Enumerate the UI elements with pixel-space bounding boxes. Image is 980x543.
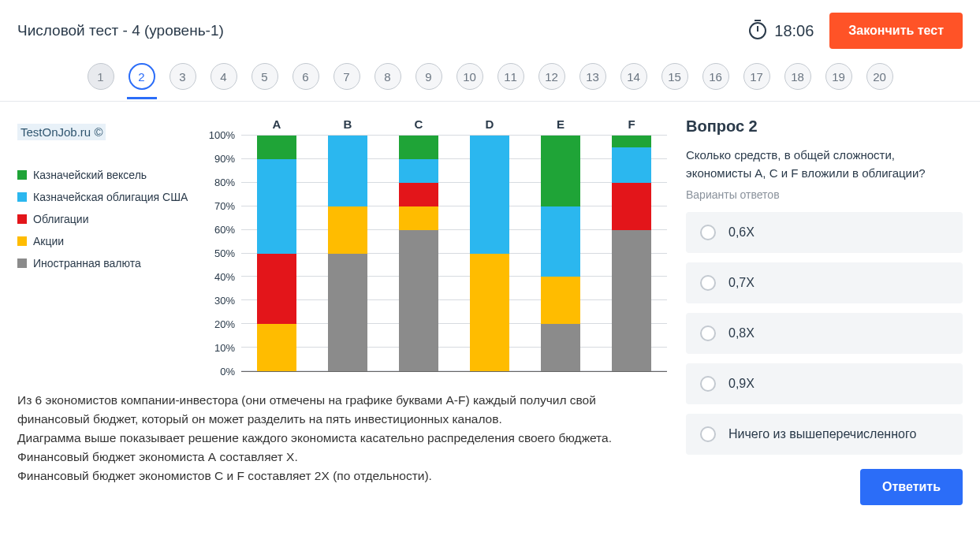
y-axis: 100%90%80%70%60%50%40%30%20%10%0%: [199, 136, 241, 372]
bar-B: [328, 136, 367, 371]
nav-item-7[interactable]: 7: [333, 63, 360, 90]
nav-item-15[interactable]: 15: [661, 63, 688, 90]
answer-option[interactable]: 0,7X: [686, 262, 963, 303]
legend-item: Иностранная валюта: [17, 257, 199, 270]
question-text: Сколько средств, в общей сложности, экон…: [686, 147, 963, 182]
nav-item-4[interactable]: 4: [211, 63, 237, 90]
bar-segment: [399, 136, 438, 159]
bar-segment: [612, 136, 651, 147]
nav-item-6[interactable]: 6: [293, 63, 319, 90]
legend-item: Казначейская облигация США: [17, 191, 199, 203]
header-right: 18:06 Закончить тест: [749, 13, 963, 49]
category-label: A: [241, 117, 312, 131]
question-title: Вопрос 2: [686, 117, 963, 136]
legend-item: Акции: [17, 235, 199, 247]
bar-segment: [541, 136, 580, 206]
bar-slot: [312, 136, 383, 371]
bar-segment: [399, 159, 438, 183]
answer-hint: Варианты ответов: [686, 188, 963, 201]
nav-item-13[interactable]: 13: [579, 63, 606, 90]
option-label: 0,9X: [728, 377, 755, 391]
legend-item: Облигации: [17, 213, 199, 225]
description-line: Из 6 экономистов компании-инвестора (они…: [17, 391, 640, 429]
nav-item-20[interactable]: 20: [866, 63, 893, 90]
nav-item-9[interactable]: 9: [415, 63, 442, 90]
option-label: 0,6X: [728, 225, 755, 240]
legend-swatch: [17, 170, 27, 180]
bars-container: [241, 136, 667, 372]
radio-icon: [700, 376, 716, 392]
bar-E: [541, 136, 580, 371]
bar-slot: [454, 136, 525, 371]
timer-value: 18:06: [774, 22, 814, 40]
bar-slot: [241, 136, 312, 371]
bar-segment: [399, 183, 438, 206]
answer-option[interactable]: 0,9X: [686, 363, 963, 404]
answer-option[interactable]: Ничего из вышеперечисленного: [686, 414, 963, 455]
bar-segment: [470, 136, 509, 254]
bar-segment: [328, 206, 367, 254]
bar-segment: [612, 183, 651, 230]
answer-option[interactable]: 0,6X: [686, 212, 963, 253]
nav-item-19[interactable]: 19: [825, 63, 852, 90]
category-label: C: [383, 117, 454, 131]
question-nav: 1234567891011121314151617181920: [0, 55, 980, 102]
legend-label: Казначейский вексель: [33, 169, 147, 181]
legend-swatch: [17, 192, 27, 202]
bar-A: [257, 136, 296, 371]
bar-F: [612, 136, 651, 371]
nav-item-18[interactable]: 18: [784, 63, 811, 90]
nav-item-1[interactable]: 1: [88, 63, 114, 90]
bar-D: [470, 136, 509, 371]
nav-item-2[interactable]: 2: [129, 63, 155, 90]
nav-item-5[interactable]: 5: [252, 63, 278, 90]
finish-test-button[interactable]: Закончить тест: [829, 13, 963, 49]
bar-segment: [612, 147, 651, 183]
option-label: Ничего из вышеперечисленного: [728, 427, 916, 441]
bar-slot: [596, 136, 667, 371]
bar-segment: [328, 136, 367, 206]
category-label: F: [596, 117, 667, 131]
options-list: 0,6X0,7X0,8X0,9XНичего из вышеперечислен…: [686, 212, 963, 455]
plot: 100%90%80%70%60%50%40%30%20%10%0%: [199, 136, 667, 372]
bar-C: [399, 136, 438, 371]
legend-swatch: [17, 236, 27, 246]
category-label: E: [525, 117, 596, 131]
nav-item-17[interactable]: 17: [743, 63, 770, 90]
bar-segment: [612, 230, 651, 371]
nav-item-11[interactable]: 11: [497, 63, 524, 90]
description-line: Финансовый бюджет экономиста А составляе…: [17, 448, 640, 467]
legend-item: Казначейский вексель: [17, 169, 199, 181]
legend-label: Иностранная валюта: [33, 257, 141, 270]
answer-option[interactable]: 0,8X: [686, 313, 963, 354]
radio-icon: [700, 225, 716, 240]
bar-slot: [525, 136, 596, 371]
bar-segment: [541, 324, 580, 371]
description-text: Из 6 экономистов компании-инвестора (они…: [17, 391, 640, 485]
nav-item-3[interactable]: 3: [170, 63, 196, 90]
bar-segment: [541, 277, 580, 324]
stopwatch-icon: [749, 22, 766, 39]
nav-item-12[interactable]: 12: [538, 63, 565, 90]
bar-segment: [399, 206, 438, 230]
answer-row: Ответить: [686, 469, 963, 505]
radio-icon: [700, 275, 716, 291]
category-labels: ABCDEF: [199, 117, 667, 131]
nav-item-8[interactable]: 8: [374, 63, 401, 90]
nav-item-16[interactable]: 16: [702, 63, 729, 90]
timer: 18:06: [749, 22, 814, 40]
nav-item-10[interactable]: 10: [456, 63, 483, 90]
bar-segment: [257, 324, 296, 371]
bar-segment: [470, 254, 509, 372]
legend-swatch: [17, 214, 27, 224]
legend: Казначейский вексельКазначейская облигац…: [17, 169, 199, 270]
bar-segment: [399, 230, 438, 371]
radio-icon: [700, 426, 716, 442]
bar-slot: [383, 136, 454, 371]
description-line: Диаграмма выше показывает решение каждог…: [17, 429, 640, 448]
bar-segment: [328, 254, 367, 372]
answer-button[interactable]: Ответить: [860, 469, 963, 505]
option-label: 0,7X: [728, 276, 755, 290]
description-line: Финансовый бюджет экономистов С и F сост…: [17, 467, 640, 485]
nav-item-14[interactable]: 14: [620, 63, 647, 90]
